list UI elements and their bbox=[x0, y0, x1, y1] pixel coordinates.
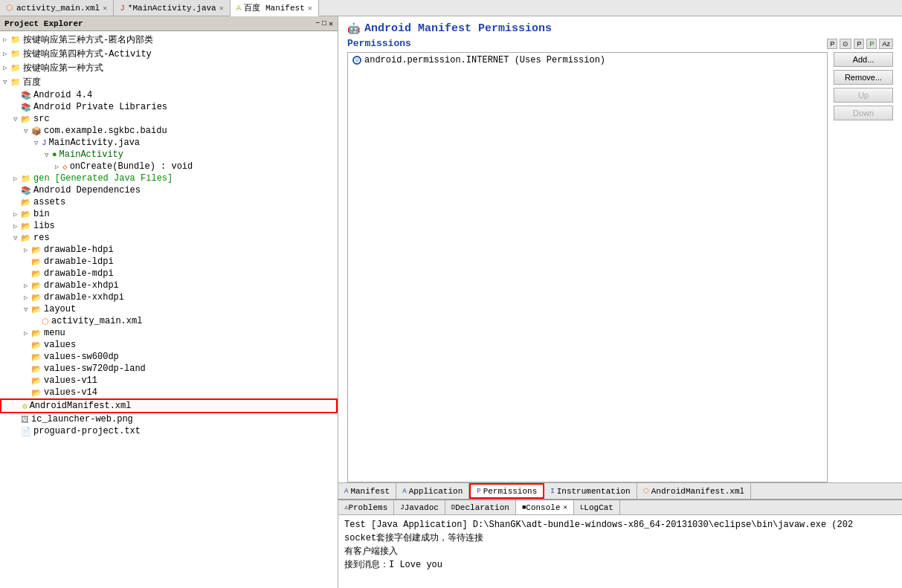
tree-item[interactable]: 📂drawable-mdpi bbox=[0, 268, 338, 280]
permission-item[interactable]: Uandroid.permission.INTERNET (Uses Permi… bbox=[348, 53, 827, 68]
tree-item[interactable]: ▷📁按键响应第一种方式 bbox=[0, 61, 338, 75]
tree-item-icon: 📂 bbox=[31, 281, 42, 291]
tree-item-icon: ⬡ bbox=[42, 317, 49, 326]
tree-item[interactable]: 📂values-sw720dp-land bbox=[0, 363, 338, 375]
tree-item-label: values-v14 bbox=[44, 387, 97, 398]
tab-manifest[interactable]: A 百度 Manifest ✕ bbox=[231, 0, 319, 16]
tab-problems[interactable]: ⚠ Problems bbox=[338, 500, 394, 514]
tree-item[interactable]: 📂values-sw600dp bbox=[0, 351, 338, 363]
tree-item[interactable]: ▽●MainActivity bbox=[0, 149, 338, 161]
tree-item[interactable]: ▷📁按键响应第三种方式-匿名内部类 bbox=[0, 33, 338, 47]
tab-console[interactable]: ■ Console ✕ bbox=[516, 500, 574, 514]
tree-item[interactable]: 🖼ic_launcher-web.png bbox=[0, 413, 338, 425]
tree-item[interactable]: ▷📂menu bbox=[0, 327, 338, 339]
tab-androidmanifest-xml[interactable]: ⬡ AndroidManifest.xml bbox=[637, 483, 751, 499]
tree-item[interactable]: 📂values-v11 bbox=[0, 375, 338, 387]
tree-item-icon: 📂 bbox=[31, 293, 42, 303]
tree-item[interactable]: ▷📂bin bbox=[0, 208, 338, 220]
tree-item-label: menu bbox=[44, 328, 65, 338]
tree-item[interactable]: ▽📦com.example.sgkbc.baidu bbox=[0, 125, 338, 137]
maximize-icon[interactable]: □ bbox=[322, 19, 326, 28]
minimize-icon[interactable]: − bbox=[315, 19, 320, 28]
tree-item-label: values-sw600dp bbox=[44, 352, 119, 362]
tab-activity-main[interactable]: ⬡ activity_main.xml ✕ bbox=[0, 0, 114, 16]
tree-area: ▷📁按键响应第三种方式-匿名内部类▷📁按键响应第四种方式-Activity▷📁按… bbox=[0, 31, 338, 588]
tab-logcat[interactable]: L LogCat bbox=[574, 500, 620, 514]
console-label: Console bbox=[526, 503, 560, 512]
tree-item-label: src bbox=[33, 114, 50, 124]
bottom-area: ⚠ Problems J Javadoc D Declaration ■ Con… bbox=[338, 499, 902, 588]
close-icon[interactable]: ✕ bbox=[103, 4, 107, 13]
tab-javadoc[interactable]: J Javadoc bbox=[394, 500, 445, 514]
permission-icon: U bbox=[352, 56, 361, 65]
tree-item[interactable]: ▽📂src bbox=[0, 113, 338, 125]
tree-item[interactable]: 📄proguard-project.txt bbox=[0, 425, 338, 437]
tree-item[interactable]: 📚Android Dependencies bbox=[0, 184, 338, 196]
tree-item[interactable]: ▽JMainActivity.java bbox=[0, 137, 338, 149]
tree-item[interactable]: ▷📂libs bbox=[0, 220, 338, 232]
perm-icon-circle[interactable]: ⊙ bbox=[840, 39, 851, 49]
tree-item[interactable]: ▷📁按键响应第四种方式-Activity bbox=[0, 47, 338, 61]
tab-declaration[interactable]: D Declaration bbox=[445, 500, 516, 514]
add-button[interactable]: Add... bbox=[834, 52, 893, 67]
tree-item-label: drawable-xhdpi bbox=[44, 280, 119, 291]
tree-item-label: libs bbox=[33, 221, 55, 231]
tree-item-icon: ⚙ bbox=[22, 401, 28, 411]
logcat-label: LogCat bbox=[584, 503, 613, 512]
permissions-label: Permissions bbox=[347, 38, 411, 49]
permissions-toolbar-icons: P ⊙ P P Az bbox=[827, 39, 893, 49]
tree-item-label: Android Private Libraries bbox=[33, 102, 167, 112]
tree-item-icon: 📂 bbox=[31, 305, 42, 314]
tree-item-icon: ● bbox=[52, 150, 57, 159]
tab-permissions-section[interactable]: P Permissions bbox=[469, 483, 544, 499]
manifest-section-tabs: A Manifest A Application P Permissions I… bbox=[338, 482, 902, 499]
tree-item[interactable]: ▷📂drawable-xhdpi bbox=[0, 280, 338, 291]
tree-item[interactable]: ▷📂drawable-hdpi bbox=[0, 244, 338, 256]
close-icon[interactable]: ✕ bbox=[329, 19, 333, 28]
tree-item[interactable]: 📚Android Private Libraries bbox=[0, 101, 338, 113]
project-explorer-title: Project Explorer bbox=[4, 19, 83, 28]
tree-item[interactable]: 📂values bbox=[0, 339, 338, 351]
perm-icon-p2[interactable]: P bbox=[854, 39, 864, 49]
tree-item[interactable]: 📂assets bbox=[0, 196, 338, 208]
tree-item[interactable]: ▷📂drawable-xxhdpi bbox=[0, 291, 338, 303]
tree-item[interactable]: ▷📁gen [Generated Java Files] bbox=[0, 172, 338, 184]
tree-item[interactable]: 📂values-v14 bbox=[0, 387, 338, 398]
instrumentation-section-icon: I bbox=[550, 488, 554, 495]
android-robot-icon: 🤖 bbox=[347, 22, 360, 35]
tree-item-label: 百度 bbox=[23, 76, 41, 88]
tab-manifest-section[interactable]: A Manifest bbox=[338, 483, 396, 499]
remove-button[interactable]: Remove... bbox=[834, 70, 893, 85]
tree-item[interactable]: ▽📁百度 bbox=[0, 75, 338, 89]
up-button[interactable]: Up bbox=[834, 88, 893, 103]
tree-item[interactable]: ⬡activity_main.xml bbox=[0, 315, 338, 327]
tree-item[interactable]: 📂drawable-ldpi bbox=[0, 256, 338, 268]
tree-item-label: Android 4.4 bbox=[33, 90, 92, 100]
console-line: 接到消息：I Love you bbox=[344, 558, 896, 572]
close-icon[interactable]: ✕ bbox=[219, 4, 224, 13]
tree-item[interactable]: ▽📂res bbox=[0, 232, 338, 244]
console-tabs-bar: ⚠ Problems J Javadoc D Declaration ■ Con… bbox=[338, 500, 902, 515]
tree-item-icon: 📂 bbox=[31, 352, 42, 362]
perm-icon-p3[interactable]: P bbox=[866, 39, 877, 49]
tab-main-activity[interactable]: J *MainActivity.java ✕ bbox=[114, 0, 230, 16]
tree-item-icon: 📂 bbox=[31, 245, 42, 255]
tree-item[interactable]: 📚Android 4.4 bbox=[0, 89, 338, 101]
tab-application-section[interactable]: A Application bbox=[396, 483, 469, 499]
tree-item-icon: 📂 bbox=[31, 364, 42, 374]
permissions-header-row: Permissions P ⊙ P P Az bbox=[347, 38, 893, 49]
down-button[interactable]: Down bbox=[834, 106, 893, 120]
xml-icon: ⬡ bbox=[6, 3, 13, 13]
tab-instrumentation-section[interactable]: I Instrumentation bbox=[544, 483, 637, 499]
close-icon[interactable]: ✕ bbox=[308, 4, 312, 13]
permissions-section: Permissions P ⊙ P P Az Uandroid.permissi… bbox=[338, 38, 902, 482]
perm-icon-p1[interactable]: P bbox=[827, 39, 837, 49]
console-close[interactable]: ✕ bbox=[564, 503, 567, 511]
tree-item[interactable]: ⚙AndroidManifest.xml bbox=[0, 398, 338, 413]
tree-item-label: values-sw720dp-land bbox=[44, 364, 146, 374]
tree-item[interactable]: ▽📂layout bbox=[0, 303, 338, 315]
tree-item[interactable]: ▷◇onCreate(Bundle) : void bbox=[0, 161, 338, 172]
tree-item-icon: 📂 bbox=[31, 388, 42, 398]
perm-icon-az[interactable]: Az bbox=[879, 39, 893, 49]
instrumentation-section-label: Instrumentation bbox=[557, 487, 631, 496]
